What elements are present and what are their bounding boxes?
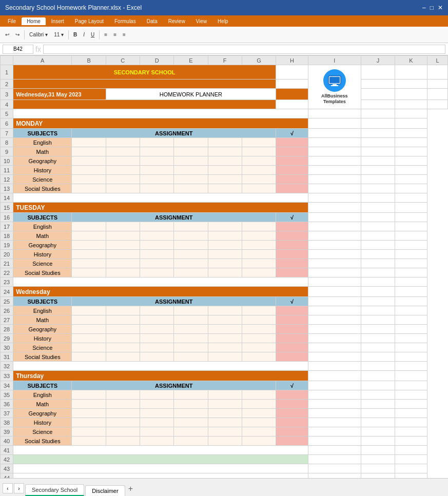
assign-d13[interactable] — [140, 184, 173, 193]
col-header-d[interactable]: D — [140, 56, 173, 65]
row-num-18: 18 — [1, 231, 13, 241]
ribbon-tab-review[interactable]: Review — [163, 17, 190, 25]
assign-b12[interactable] — [72, 175, 106, 184]
main-table: A B C D E F G H I J K L 1 SE — [0, 55, 448, 478]
ribbon-tab-help[interactable]: Help — [212, 17, 233, 25]
row-num-13: 13 — [1, 184, 13, 193]
maximize-icon[interactable]: □ — [430, 4, 434, 11]
ribbon-tab-file[interactable]: File — [3, 17, 21, 25]
assign-c11[interactable] — [106, 166, 140, 175]
col-header-k[interactable]: K — [395, 56, 427, 65]
assign-c10[interactable] — [106, 156, 140, 166]
row-num-38: 38 — [1, 418, 13, 427]
ribbon-tab-home[interactable]: Home — [22, 17, 46, 25]
tab-disclaimer[interactable]: Disclaimer — [85, 485, 125, 496]
ribbon-tab-formulas[interactable]: Formulas — [109, 17, 141, 25]
assign-e13[interactable] — [174, 184, 208, 193]
align-left[interactable]: ≡ — [102, 31, 110, 38]
assign-d12[interactable] — [140, 175, 173, 184]
assign-g12[interactable] — [242, 175, 276, 184]
assign-f11[interactable] — [208, 166, 242, 175]
col-header-i[interactable]: I — [308, 56, 361, 65]
align-right[interactable]: ≡ — [120, 31, 128, 38]
italic-button[interactable]: I — [81, 31, 87, 38]
assign-d11[interactable] — [140, 166, 173, 175]
subject-geo-thu: Geography — [13, 409, 72, 418]
assign-b8[interactable] — [72, 138, 106, 147]
col-header-l[interactable]: L — [427, 56, 447, 65]
subject-math-mon: Math — [13, 147, 72, 156]
col-header-a[interactable]: A — [13, 56, 72, 65]
assign-g8[interactable] — [242, 138, 276, 147]
row-9: 9 Math — [1, 147, 448, 156]
formula-input[interactable] — [43, 45, 445, 54]
underline-button[interactable]: U — [88, 31, 97, 38]
redo-button[interactable]: ↪ — [13, 31, 22, 38]
check-h8[interactable] — [276, 138, 308, 147]
check-h10[interactable] — [276, 156, 308, 166]
tab-secondary-school[interactable]: Secondary School — [25, 484, 84, 496]
assign-e10[interactable] — [174, 156, 208, 166]
check-h9[interactable] — [276, 147, 308, 156]
tab-prev-button[interactable]: ‹ — [3, 483, 13, 493]
assign-d10[interactable] — [140, 156, 173, 166]
col-header-f[interactable]: F — [208, 56, 242, 65]
assign-f9[interactable] — [208, 147, 242, 156]
j6 — [308, 118, 361, 129]
tab-next-button[interactable]: › — [14, 483, 24, 493]
font-name[interactable]: Calibri ▾ — [27, 31, 50, 38]
ribbon-tab-data[interactable]: Data — [142, 17, 163, 25]
ribbon-tab-insert[interactable]: Insert — [46, 17, 69, 25]
assign-e8[interactable] — [174, 138, 208, 147]
bold-button[interactable]: B — [71, 31, 80, 38]
close-icon[interactable]: ✕ — [438, 4, 443, 11]
col-header-e[interactable]: E — [174, 56, 208, 65]
assign-d9[interactable] — [140, 147, 173, 156]
row-22: 22 Social Studies — [1, 268, 448, 277]
assign-b10[interactable] — [72, 156, 106, 166]
font-size[interactable]: 11 ▾ — [51, 31, 66, 38]
undo-button[interactable]: ↩ — [3, 31, 12, 38]
row-num-39: 39 — [1, 427, 13, 437]
assign-e9[interactable] — [174, 147, 208, 156]
add-sheet-button[interactable]: + — [128, 484, 133, 493]
col-header-b[interactable]: B — [72, 56, 106, 65]
assign-b9[interactable] — [72, 147, 106, 156]
assign-b11[interactable] — [72, 166, 106, 175]
assign-f13[interactable] — [208, 184, 242, 193]
col-header-c[interactable]: C — [106, 56, 140, 65]
row-num-22: 22 — [1, 268, 13, 277]
minimize-icon[interactable]: – — [422, 4, 426, 11]
check-h13[interactable] — [276, 184, 308, 193]
row-35: 35 English — [1, 390, 448, 400]
ribbon-tab-view[interactable]: View — [191, 17, 212, 25]
assign-e12[interactable] — [174, 175, 208, 184]
assign-f10[interactable] — [208, 156, 242, 166]
row-num-34: 34 — [1, 381, 13, 390]
assign-d8[interactable] — [140, 138, 173, 147]
check-h12[interactable] — [276, 175, 308, 184]
assign-e11[interactable] — [174, 166, 208, 175]
assign-g13[interactable] — [242, 184, 276, 193]
assign-c9[interactable] — [106, 147, 140, 156]
col-header-g[interactable]: G — [242, 56, 276, 65]
j10 — [308, 156, 361, 166]
row5 — [13, 109, 308, 118]
cell-reference-input[interactable] — [3, 45, 33, 54]
k4 — [395, 100, 427, 109]
assign-c12[interactable] — [106, 175, 140, 184]
toolbar-separator-3 — [99, 30, 100, 39]
assign-g10[interactable] — [242, 156, 276, 166]
col-header-h[interactable]: H — [276, 56, 308, 65]
check-h11[interactable] — [276, 166, 308, 175]
assign-c8[interactable] — [106, 138, 140, 147]
assign-c13[interactable] — [106, 184, 140, 193]
assign-g11[interactable] — [242, 166, 276, 175]
assign-g9[interactable] — [242, 147, 276, 156]
ribbon-tab-page-layout[interactable]: Page Layout — [70, 17, 109, 25]
assign-f8[interactable] — [208, 138, 242, 147]
assign-b13[interactable] — [72, 184, 106, 193]
assign-f12[interactable] — [208, 175, 242, 184]
align-center[interactable]: ≡ — [111, 31, 119, 38]
col-header-j[interactable]: J — [361, 56, 395, 65]
